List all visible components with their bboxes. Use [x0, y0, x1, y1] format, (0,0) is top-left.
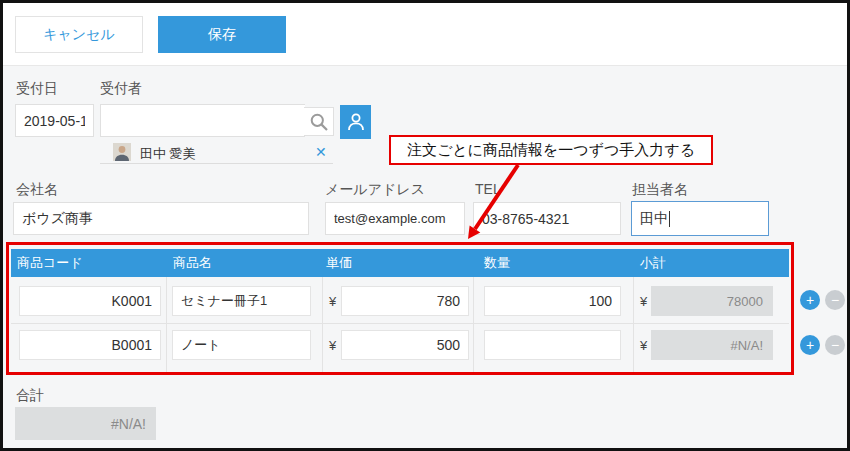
record-edit-screen: キャンセル 保存 受付日 受付者 田中 愛美 ✕ 注文ごとに商品情報を一つずつ手…: [0, 0, 850, 451]
col-subtotal: 小計: [640, 254, 666, 272]
user-avatar: [113, 143, 131, 161]
add-row-button[interactable]: +: [800, 335, 820, 355]
total-label: 合計: [16, 387, 44, 405]
yen-symbol: ¥: [329, 294, 336, 309]
quantity-input[interactable]: [484, 286, 621, 316]
column-divider: [166, 277, 167, 372]
text-caret: [669, 211, 670, 227]
annotation-callout: 注文ごとに商品情報を一つずつ手入力する: [389, 135, 713, 165]
col-product-code: 商品コード: [17, 254, 83, 272]
person-in-charge-input[interactable]: 田中: [631, 201, 769, 236]
receptionist-search-input[interactable]: [100, 104, 305, 137]
yen-symbol: ¥: [329, 338, 336, 353]
column-divider: [473, 277, 474, 372]
company-input[interactable]: [13, 202, 309, 235]
yen-symbol: ¥: [640, 294, 647, 309]
toolbar: キャンセル 保存: [3, 3, 847, 66]
total-field: #N/A!: [15, 407, 156, 440]
col-product-name: 商品名: [173, 254, 212, 272]
user-search-button[interactable]: [304, 107, 334, 136]
col-quantity: 数量: [484, 254, 510, 272]
chip-divider: [100, 163, 333, 164]
unit-price-input[interactable]: [341, 286, 469, 316]
delete-row-button[interactable]: −: [825, 290, 845, 310]
quantity-input[interactable]: [484, 330, 621, 360]
remove-user-icon[interactable]: ✕: [315, 144, 327, 160]
selected-user-name: 田中 愛美: [140, 145, 196, 163]
table-header: 商品コード 商品名 単価 数量 小計: [11, 249, 789, 277]
email-label: メールアドレス: [325, 181, 425, 199]
column-divider: [633, 277, 634, 372]
user-picker-button[interactable]: [340, 105, 371, 139]
yen-symbol: ¥: [640, 338, 647, 353]
company-label: 会社名: [16, 181, 58, 199]
subtotal-field: 78000: [651, 286, 773, 316]
email-input[interactable]: [325, 202, 465, 235]
search-icon: [309, 112, 329, 132]
cancel-button[interactable]: キャンセル: [15, 16, 143, 53]
unit-price-input[interactable]: [341, 330, 469, 360]
tel-input[interactable]: [473, 202, 621, 235]
save-button[interactable]: 保存: [158, 16, 286, 53]
reception-date-label: 受付日: [16, 80, 58, 98]
delete-row-button[interactable]: −: [825, 335, 845, 355]
product-name-input[interactable]: [172, 286, 311, 316]
col-unit-price: 単価: [326, 254, 352, 272]
row-divider: [11, 323, 789, 324]
product-name-input[interactable]: [172, 330, 311, 360]
product-code-input[interactable]: [19, 330, 161, 360]
subtotal-field: #N/A!: [651, 330, 773, 360]
tel-label: TEL: [475, 181, 501, 197]
column-divider: [322, 277, 323, 372]
add-row-button[interactable]: +: [800, 290, 820, 310]
person-in-charge-label: 担当者名: [632, 181, 688, 199]
person-in-charge-value: 田中: [640, 210, 668, 228]
person-icon: [345, 111, 367, 133]
reception-date-input[interactable]: [15, 104, 94, 137]
receptionist-label: 受付者: [100, 80, 142, 98]
product-code-input[interactable]: [19, 286, 161, 316]
